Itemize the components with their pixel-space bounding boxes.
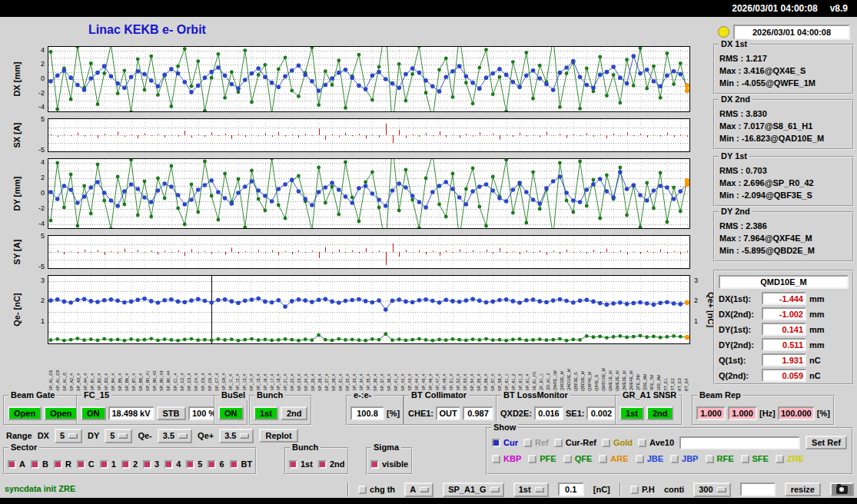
y-tick-dx: -2 bbox=[23, 89, 45, 97]
sector-select-value: A bbox=[410, 485, 416, 494]
checkbox-sector-3[interactable]: 3 bbox=[143, 459, 159, 469]
checkbox-show-pfe[interactable]: PFE bbox=[528, 454, 556, 463]
checkbox-sector-a[interactable]: A bbox=[8, 459, 25, 469]
checkbox-label: BT bbox=[241, 459, 253, 469]
bunch-1st-button[interactable]: 1st bbox=[254, 406, 278, 420]
x-axis-label: SP_B3_4 bbox=[103, 346, 109, 391]
checkbox-label: visible bbox=[382, 459, 408, 469]
y-tick-sy: 5 bbox=[23, 232, 45, 240]
y-tick-dy: -4 bbox=[23, 220, 45, 227]
gr-a1-snsr-2nd-button[interactable]: 2nd bbox=[646, 406, 674, 420]
monitor-row-unit: mm bbox=[809, 294, 825, 303]
checkbox-show-kbp[interactable]: KBP bbox=[492, 454, 521, 463]
range-qe-label: Qe- bbox=[138, 431, 151, 440]
monitor-row: Q(1st):1.931nC bbox=[719, 353, 849, 366]
beam-gate-open-button[interactable]: Open bbox=[44, 406, 78, 420]
bpm-select[interactable]: SP_A1_G bbox=[443, 482, 504, 497]
count-field[interactable] bbox=[740, 482, 776, 496]
checkbox-sector-2[interactable]: 2 bbox=[121, 459, 138, 469]
busel-on-button[interactable]: ON bbox=[218, 406, 244, 420]
fc-15-stb-button[interactable]: STB bbox=[157, 406, 186, 420]
camera-button[interactable] bbox=[830, 482, 854, 496]
checkbox-sector-r[interactable]: R bbox=[54, 459, 71, 469]
checkbox-show-zre[interactable]: ZRE bbox=[776, 454, 804, 463]
y-tick-dx: 4 bbox=[23, 46, 45, 54]
x-axis-label: SP_R0_44 bbox=[165, 346, 171, 391]
bt-lossmonitor-value-field[interactable]: 0.016 bbox=[534, 406, 563, 420]
checkbox-bunch-1st[interactable]: 1st bbox=[289, 459, 313, 469]
checkbox-show-cur[interactable]: Cur bbox=[492, 438, 518, 447]
stats-min: Min : -4.055@QWFE_1M bbox=[719, 77, 848, 89]
x-axis-label: QME1E_M bbox=[607, 346, 613, 391]
beam-gate-open-button[interactable]: Open bbox=[8, 406, 42, 420]
stats-min: Min : -5.895@QBD2E_M bbox=[719, 244, 848, 257]
checkbox-show-ave10[interactable]: Ave10 bbox=[638, 438, 674, 447]
checkbox-show-cur-ref[interactable]: Cur-Ref bbox=[554, 438, 596, 447]
checkbox-sector-4[interactable]: 4 bbox=[164, 459, 181, 469]
y-tick-dx: -4 bbox=[23, 103, 45, 111]
range-dy-select[interactable]: 5 bbox=[105, 429, 132, 443]
chg-th-checkbox[interactable]: chg th bbox=[358, 485, 395, 494]
stats-rms: RMS : 2.386 bbox=[719, 220, 848, 232]
x-axis-label: SP_53_4 bbox=[462, 346, 468, 391]
checkbox-bunch-2nd[interactable]: 2nd bbox=[318, 459, 345, 469]
bt-collimator-value-field[interactable]: 0.987 bbox=[463, 406, 493, 420]
beam-rep-value-field[interactable]: 100.000 bbox=[778, 406, 815, 420]
bottom-black-strip bbox=[0, 498, 857, 504]
fc-15-on-button[interactable]: ON bbox=[81, 406, 106, 420]
range-dy-value: 5 bbox=[110, 431, 115, 440]
frame-beam-gate: Beam GateOpenOpen bbox=[3, 395, 82, 426]
bt-lossmonitor-value-field[interactable]: 0.002 bbox=[586, 406, 616, 420]
beam-rep-value-field[interactable]: 1.000 bbox=[728, 406, 757, 420]
x-axis-label-strip: SP_A1_C5SP_A1_C8SP_A1_GSP_A2_4SP_A3_4SP_… bbox=[48, 346, 690, 391]
threshold-field[interactable]: 0.1 bbox=[558, 482, 584, 496]
stats-frame-title: DX 1st bbox=[719, 39, 749, 49]
checkbox-show-are[interactable]: ARE bbox=[599, 454, 628, 463]
x-axis-label: SP_C5_4 bbox=[200, 346, 206, 391]
chart-sy bbox=[48, 235, 690, 269]
resize-button[interactable]: resize bbox=[785, 482, 821, 496]
bunch-select[interactable]: 1st bbox=[513, 482, 549, 497]
x-axis-label: SP_A2_4 bbox=[68, 346, 75, 391]
set-ref-button[interactable]: Set Ref bbox=[806, 436, 847, 449]
checkbox-sigma-visible[interactable]: visible bbox=[370, 459, 408, 469]
checkbox-show-jbp[interactable]: JBP bbox=[670, 454, 698, 463]
replot-button[interactable]: Replot bbox=[259, 429, 297, 443]
bunch-2nd-button[interactable]: 2nd bbox=[281, 406, 308, 420]
range-qe-label: Qe+ bbox=[198, 431, 214, 440]
fc-15-value-field[interactable]: 18.498 kV bbox=[108, 406, 154, 420]
frame-sector: SectorABRC123456BT bbox=[3, 447, 257, 475]
beam-rep-value-field[interactable]: 1.000 bbox=[696, 406, 726, 420]
x-axis-label: SP_C6_4 bbox=[207, 346, 213, 391]
gr-a1-snsr-1st-button[interactable]: 1st bbox=[619, 406, 644, 420]
checkbox-sector-1[interactable]: 1 bbox=[100, 459, 116, 469]
checkbox-show-gold[interactable]: Gold bbox=[602, 438, 633, 447]
checkbox-sector-c[interactable]: C bbox=[77, 459, 95, 469]
e-e-value-field[interactable]: 100.8 bbox=[350, 406, 384, 420]
interval-select[interactable]: 300 bbox=[693, 482, 730, 497]
stats-frame-dx-2nd: DX 2ndRMS : 3.830Max : 7.017@S8_61_H1Min… bbox=[713, 99, 854, 150]
checkbox-show-rfe[interactable]: RFE bbox=[706, 454, 734, 463]
frame-title: FC_15 bbox=[81, 390, 111, 400]
checkbox-show-jbe[interactable]: JBE bbox=[636, 454, 663, 463]
range-qe-select[interactable]: 3.5 bbox=[158, 429, 192, 443]
x-axis-label: SP_C2_4 bbox=[179, 346, 185, 391]
checkbox-show-qfe[interactable]: QFE bbox=[563, 454, 593, 463]
range-qe-select[interactable]: 3.5 bbox=[219, 429, 254, 443]
checkbox-show-ref[interactable]: Ref bbox=[523, 438, 549, 447]
checkbox-sector-b[interactable]: B bbox=[31, 459, 48, 469]
bt-collimator-value-field[interactable]: OUT bbox=[436, 406, 460, 420]
stats-frame-dy-2nd: DY 2ndRMS : 2.386Max : 7.964@QXF4E_MMin … bbox=[713, 211, 854, 262]
set-ref-input[interactable] bbox=[679, 436, 800, 449]
checkbox-show-sfe[interactable]: SFE bbox=[741, 454, 769, 463]
y-tick-dx: 0 bbox=[23, 75, 45, 82]
x-axis-label: QD_61_2 bbox=[545, 346, 551, 391]
divider bbox=[619, 482, 621, 496]
x-axis-label: SP_R0_42 bbox=[151, 346, 158, 391]
sector-select[interactable]: A bbox=[404, 482, 433, 497]
checkbox-sector-5[interactable]: 5 bbox=[186, 459, 202, 469]
ph-checkbox[interactable]: P.H bbox=[630, 485, 655, 494]
checkbox-sector-6[interactable]: 6 bbox=[208, 459, 224, 469]
checkbox-sector-bt[interactable]: BT bbox=[230, 459, 253, 469]
range-dx-select[interactable]: 5 bbox=[55, 429, 82, 443]
